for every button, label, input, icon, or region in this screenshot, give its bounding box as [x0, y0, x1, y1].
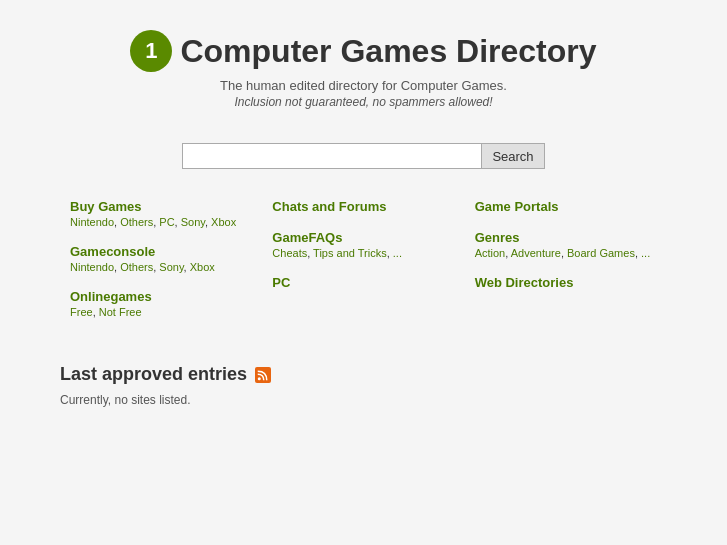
onlinegames-links: Free, Not Free	[70, 306, 252, 318]
category-game-portals: Game Portals	[475, 199, 657, 214]
category-web-directories: Web Directories	[475, 275, 657, 290]
link-gc-sony[interactable]: Sony	[159, 261, 183, 273]
link-sony[interactable]: Sony	[181, 216, 205, 228]
link-genres-more[interactable]: ...	[641, 247, 650, 259]
link-gc-xbox[interactable]: Xbox	[190, 261, 215, 273]
title-row: 1 Computer Games Directory	[40, 30, 687, 72]
rss-icon	[257, 369, 269, 381]
link-more[interactable]: ...	[393, 247, 402, 259]
link-gc-others[interactable]: Others	[120, 261, 153, 273]
last-approved-section: Last approved entries Currently, no site…	[40, 364, 687, 407]
gameconsole-links: Nintendo, Others, Sony, Xbox	[70, 261, 252, 273]
title-badge: 1	[130, 30, 172, 72]
category-column-3: Game Portals Genres Action, Adventure, B…	[465, 199, 667, 334]
category-column-2: Chats and Forums GameFAQs Cheats, Tips a…	[262, 199, 464, 334]
categories-grid: Buy Games Nintendo, Others, PC, Sony, Xb…	[40, 199, 687, 334]
no-sites-message: Currently, no sites listed.	[60, 393, 667, 407]
link-xbox[interactable]: Xbox	[211, 216, 236, 228]
last-approved-title: Last approved entries	[60, 364, 247, 385]
link-gc-nintendo[interactable]: Nintendo	[70, 261, 114, 273]
link-not-free[interactable]: Not Free	[99, 306, 142, 318]
chats-forums-title[interactable]: Chats and Forums	[272, 199, 454, 214]
gamefaqs-links: Cheats, Tips and Tricks, ...	[272, 247, 454, 259]
search-button[interactable]: Search	[482, 143, 544, 169]
web-directories-title[interactable]: Web Directories	[475, 275, 657, 290]
search-input[interactable]	[182, 143, 482, 169]
category-chats-forums: Chats and Forums	[272, 199, 454, 214]
category-gamefaqs: GameFAQs Cheats, Tips and Tricks, ...	[272, 230, 454, 259]
page-title: Computer Games Directory	[180, 33, 596, 70]
link-adventure[interactable]: Adventure	[511, 247, 561, 259]
link-free[interactable]: Free	[70, 306, 93, 318]
genres-links: Action, Adventure, Board Games, ...	[475, 247, 657, 259]
subtitle-italic: Inclusion not guaranteed, no spammers al…	[40, 95, 687, 109]
link-tips-tricks[interactable]: Tips and Tricks	[313, 247, 387, 259]
category-buy-games: Buy Games Nintendo, Others, PC, Sony, Xb…	[70, 199, 252, 228]
category-genres: Genres Action, Adventure, Board Games, .…	[475, 230, 657, 259]
search-bar: Search	[40, 143, 687, 169]
category-pc: PC	[272, 275, 454, 290]
link-board-games[interactable]: Board Games	[567, 247, 635, 259]
last-approved-header: Last approved entries	[60, 364, 667, 385]
link-nintendo[interactable]: Nintendo	[70, 216, 114, 228]
buy-games-links: Nintendo, Others, PC, Sony, Xbox	[70, 216, 252, 228]
page-wrapper: 1 Computer Games Directory The human edi…	[0, 0, 727, 545]
page-header: 1 Computer Games Directory The human edi…	[40, 20, 687, 129]
gamefaqs-title[interactable]: GameFAQs	[272, 230, 454, 245]
link-pc[interactable]: PC	[159, 216, 174, 228]
category-onlinegames: Onlinegames Free, Not Free	[70, 289, 252, 318]
subtitle: The human edited directory for Computer …	[40, 78, 687, 93]
buy-games-title[interactable]: Buy Games	[70, 199, 252, 214]
category-column-1: Buy Games Nintendo, Others, PC, Sony, Xb…	[60, 199, 262, 334]
svg-point-0	[258, 377, 261, 380]
game-portals-title[interactable]: Game Portals	[475, 199, 657, 214]
pc-title[interactable]: PC	[272, 275, 454, 290]
link-cheats[interactable]: Cheats	[272, 247, 307, 259]
category-gameconsole: Gameconsole Nintendo, Others, Sony, Xbox	[70, 244, 252, 273]
genres-title[interactable]: Genres	[475, 230, 657, 245]
onlinegames-title[interactable]: Onlinegames	[70, 289, 252, 304]
gameconsole-title[interactable]: Gameconsole	[70, 244, 252, 259]
rss-feed-link[interactable]	[255, 367, 271, 383]
link-others[interactable]: Others	[120, 216, 153, 228]
link-action[interactable]: Action	[475, 247, 506, 259]
